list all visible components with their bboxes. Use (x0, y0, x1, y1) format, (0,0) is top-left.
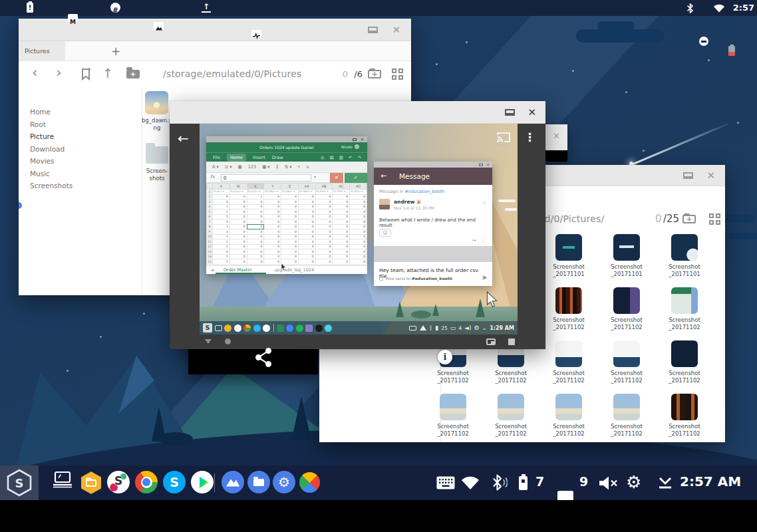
bluetooth-tray-icon[interactable] (490, 473, 508, 491)
maximize-icon[interactable] (368, 27, 378, 33)
sheet-cell: 0 (264, 224, 281, 229)
file-item[interactable]: Screenshot_20171102 (424, 394, 482, 444)
new-folder-icon[interactable]: + (126, 70, 140, 78)
wifi-tray-icon[interactable] (460, 475, 480, 490)
close-icon[interactable]: ✕ (545, 131, 567, 141)
up-directory-icon[interactable]: ↑ (102, 65, 113, 81)
sidebar-item-movies[interactable]: Movies (19, 155, 142, 168)
close-icon[interactable]: ✕ (392, 24, 400, 36)
folder-thumbnail[interactable] (146, 146, 168, 164)
stop-icon[interactable] (508, 338, 515, 345)
file-item[interactable]: Screenshot_20171102 (598, 340, 655, 391)
file-item[interactable]: Screenshot_20171102 (598, 394, 655, 444)
back-icon[interactable]: ← (178, 130, 189, 146)
battery-tray-icon[interactable] (519, 476, 528, 490)
file-item[interactable]: Screenshot_20171102 (656, 340, 713, 391)
file-item[interactable]: Screenshot_20171102 (598, 287, 655, 338)
file-name: Screenshot_20171102 (536, 317, 601, 331)
play-store-app-icon[interactable] (191, 471, 215, 495)
sheet-cell: 0 (264, 204, 281, 209)
photos-status-icon (154, 22, 164, 30)
sheet-cell: 0 (281, 219, 299, 225)
more-icon: ⋮ (480, 237, 486, 243)
message-body: Between what I wrote / drew and the end … (379, 217, 487, 228)
image-thumbnail[interactable] (145, 91, 168, 114)
sheet-cell: 0 (229, 204, 247, 209)
grid-view-icon[interactable] (709, 213, 720, 225)
window-titlebar[interactable]: ✕ (19, 19, 411, 41)
file-item[interactable]: Screenshot_20171102 (656, 287, 713, 338)
sheet-cell: 0 (333, 209, 350, 215)
sidebar-item-picture[interactable]: Picture (19, 130, 142, 143)
sidebar-item-root[interactable]: Root (19, 118, 142, 131)
window-titlebar[interactable]: ✕ (170, 101, 545, 124)
google-photos-app-icon[interactable] (299, 472, 323, 496)
files-app-icon[interactable] (247, 471, 271, 495)
pip-icon[interactable] (486, 338, 496, 345)
settings-app-icon[interactable]: ⚙ (273, 471, 297, 495)
remix-logo-icon: S (7, 469, 32, 497)
bluetooth-mini-icon: ᛒ (429, 325, 432, 331)
status-bar: ! M # ↑ 2:57 (0, 0, 757, 16)
sheet-cell: 1 (213, 244, 230, 249)
keyboard-tray-icon[interactable] (436, 476, 455, 489)
sheet-tool-icon: ▦ (238, 164, 242, 170)
dot-indicator[interactable] (225, 338, 231, 344)
close-icon[interactable]: ✕ (706, 170, 715, 182)
grid-view-icon[interactable] (392, 68, 403, 80)
settings-tray-icon[interactable]: ⚙ (626, 472, 641, 492)
file-item[interactable]: Screenshot_20171101 (656, 234, 713, 285)
cast-icon[interactable] (496, 132, 511, 143)
photo-content: ✕ Orders 1024 update Daniel Nicole File … (200, 124, 518, 334)
close-icon: ✕ (361, 136, 364, 142)
new-tab-button[interactable]: + (108, 43, 124, 59)
spotify-dot (296, 325, 303, 332)
start-button[interactable]: S (0, 466, 39, 500)
toolbar: ‹ › ↑ + /storage/emulated/0/Pictures 0 /… (19, 61, 411, 88)
add-bookmark-icon[interactable] (80, 67, 92, 82)
create-folder-icon[interactable]: + (368, 70, 381, 78)
sidebar-item-download[interactable]: Download (19, 143, 142, 156)
sheet-cell: 0 (350, 214, 367, 219)
file-item[interactable]: Screenshot_20171101 (598, 234, 655, 285)
tab-pictures[interactable]: Pictures (19, 41, 65, 61)
info-button[interactable]: i (438, 350, 452, 364)
terminal-app-icon[interactable] (52, 471, 76, 495)
file-item[interactable]: Screenshot_20171102 (482, 394, 539, 444)
file-manager-app-icon[interactable] (80, 471, 104, 495)
overflow-menu-icon[interactable]: ⋮ (524, 130, 535, 144)
files-dot (286, 325, 293, 332)
volume-muted-tray-icon[interactable] (599, 475, 619, 491)
viewer-bottom-bar (170, 334, 545, 349)
file-item[interactable]: Screenshot_20171102 (540, 340, 597, 391)
update-tray-icon[interactable] (657, 476, 673, 489)
collapse-icon[interactable] (205, 339, 212, 344)
file-item[interactable]: Screenshot_20171101 (540, 234, 597, 285)
create-folder-icon[interactable]: + (682, 215, 696, 223)
close-icon[interactable]: ✕ (528, 106, 536, 118)
file-item[interactable]: Screenshot_20171102 (540, 287, 597, 338)
file-item[interactable]: Screenshot_20171102 (656, 394, 713, 444)
file-item[interactable]: Screenshot_20171102 (540, 394, 597, 444)
cloud (597, 21, 635, 32)
gallery-app-icon[interactable] (222, 471, 245, 495)
sheet-cell: 0 (229, 229, 247, 235)
sidebar-item-screenshots[interactable]: Screenshots (19, 180, 142, 192)
chrome-app-icon[interactable] (135, 471, 159, 495)
sidebar-item-music[interactable]: Music (19, 168, 142, 180)
sheet-cell: 0 (247, 219, 264, 225)
sheet-cell: 0 (350, 194, 367, 200)
sidebar-item-home[interactable]: Home (19, 106, 142, 118)
column-header: Z (281, 184, 299, 190)
sheet-cell: 0 (247, 200, 264, 205)
back-icon[interactable]: ‹ (32, 65, 38, 80)
sheet-cell: 1 (213, 214, 230, 219)
forward-icon[interactable]: › (56, 65, 62, 80)
taskbar-clock[interactable]: 2:57 AM (680, 473, 741, 489)
maximize-icon[interactable] (505, 109, 515, 116)
also-send-label: Also send to #education_booth (386, 276, 452, 281)
slack-app-icon[interactable]: S (107, 471, 131, 495)
share-icon[interactable] (255, 348, 273, 367)
skype-app-icon[interactable]: S (163, 471, 187, 495)
maximize-icon[interactable] (683, 172, 693, 179)
